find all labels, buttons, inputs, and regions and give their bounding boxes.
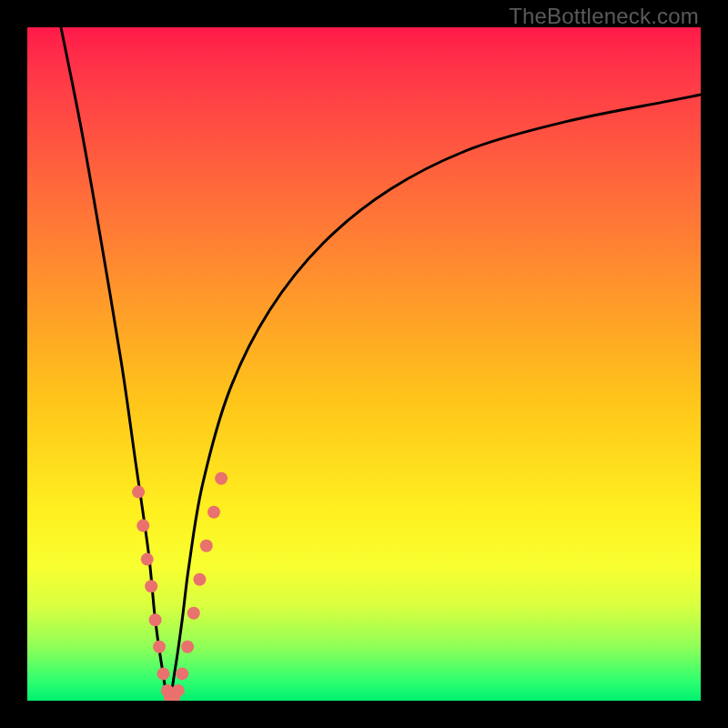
curve-markers [132, 472, 228, 701]
curve-marker [215, 472, 228, 485]
curve-marker [141, 553, 154, 566]
chart-svg [27, 27, 701, 701]
curve-marker [157, 667, 170, 680]
curve-marker [181, 641, 194, 653]
curve-marker [132, 486, 145, 499]
curve-marker [187, 607, 200, 620]
curve-marker [145, 580, 157, 592]
curve-marker [136, 520, 149, 532]
curve-marker [207, 506, 220, 519]
curve-marker [200, 540, 213, 552]
curve-marker [172, 684, 185, 697]
chart-frame: TheBottleneck.com [0, 0, 728, 728]
curve-marker [149, 613, 162, 626]
plot-area [27, 27, 701, 701]
watermark-text: TheBottleneck.com [509, 4, 699, 29]
curve-marker [176, 667, 188, 680]
curve-marker [193, 573, 206, 586]
bottleneck-curve [61, 27, 701, 701]
curve-marker [153, 641, 166, 653]
